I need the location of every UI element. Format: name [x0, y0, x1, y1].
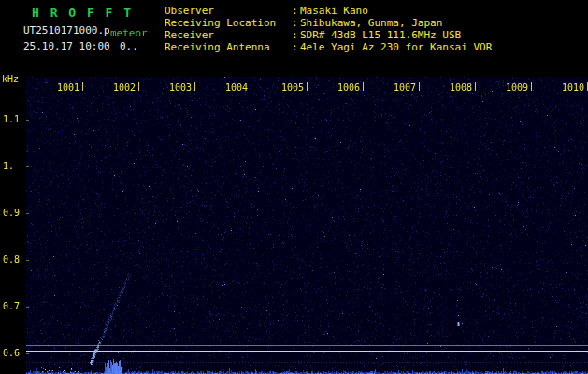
- y-axis-tick-label: 1.: [3, 161, 14, 171]
- info-value: Shibukawa, Gunma, Japan: [300, 17, 442, 29]
- info-row-receiver: Receiver:SDR# 43dB L15 111.6MHz USB: [165, 29, 492, 41]
- info-label: Receiving Location: [165, 17, 292, 29]
- info-value: SDR# 43dB L15 111.6MHz USB: [300, 29, 461, 41]
- y-axis-tick-label: 0.6: [3, 348, 20, 358]
- y-axis-tick-label: 0.9: [3, 208, 20, 218]
- info-label: Receiver: [165, 29, 292, 41]
- info-separator: :: [292, 5, 300, 17]
- mode-label: meteor: [109, 27, 148, 39]
- info-label: Observer: [165, 5, 292, 17]
- hrofft-output: H R O F F T UT2510171000.png meteor 25.1…: [0, 0, 588, 374]
- y-axis-unit: kHz: [2, 74, 19, 84]
- datetime-label: 25.10.17 10:00: [23, 40, 110, 52]
- spectrogram-canvas: [26, 77, 588, 374]
- y-axis-tick-label: 0.7: [3, 301, 20, 311]
- output-filename: UT2510171000.png: [23, 24, 122, 36]
- progress-indicator: 0..: [120, 40, 138, 52]
- info-row-location: Receiving Location:Shibukawa, Gunma, Jap…: [165, 17, 492, 29]
- info-separator: :: [292, 29, 300, 41]
- info-value: Masaki Kano: [300, 5, 368, 17]
- app-title: H R O F F T: [32, 6, 133, 20]
- station-info: Observer:Masaki Kano Receiving Location:…: [165, 5, 492, 53]
- info-row-antenna: Receiving Antenna:4ele Yagi Az 230 for K…: [165, 41, 492, 53]
- info-separator: :: [292, 41, 300, 53]
- info-separator: :: [292, 17, 300, 29]
- info-value: 4ele Yagi Az 230 for Kansai VOR: [300, 41, 492, 53]
- y-axis-tick-label: 0.8: [3, 254, 20, 265]
- info-label: Receiving Antenna: [165, 41, 292, 53]
- y-axis-tick-label: 1.1: [3, 114, 20, 124]
- info-row-observer: Observer:Masaki Kano: [165, 5, 492, 17]
